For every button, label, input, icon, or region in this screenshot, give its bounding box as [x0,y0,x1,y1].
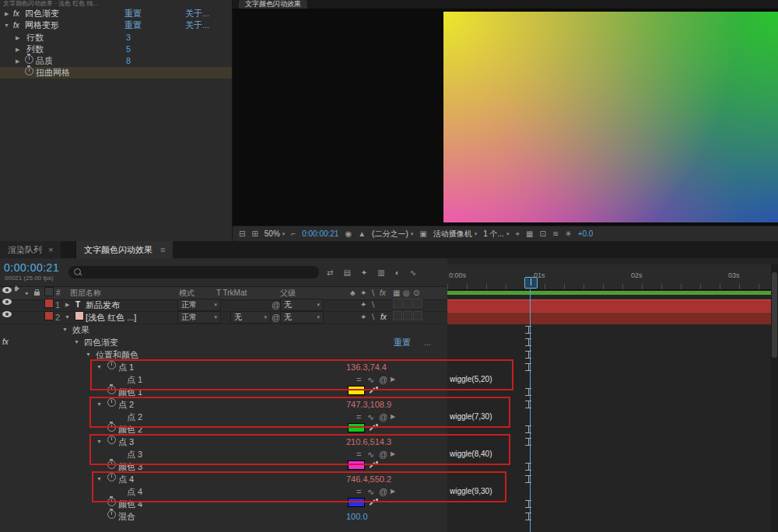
layer-name[interactable]: 新品发布 [86,299,120,311]
stopwatch-icon[interactable] [107,510,116,519]
magnification-dropdown[interactable]: 50% [265,229,286,238]
expand-arrow-icon[interactable] [5,8,9,19]
reset-link[interactable]: 重置 [394,336,411,348]
label-color-chip[interactable] [44,299,54,308]
switch-cell[interactable] [393,299,402,308]
scrollbar-thumb[interactable] [772,272,777,358]
grid-icon[interactable] [526,229,533,238]
collapse-arrow-icon[interactable] [65,311,70,324]
effect-name[interactable]: 四色渐变 [84,336,118,348]
parent-dropdown[interactable]: 无 [280,299,324,311]
active-camera-dropdown[interactable]: 活动摄像机 [433,229,478,240]
playhead[interactable] [524,277,538,289]
collapse-arrow-icon[interactable] [62,324,68,336]
view-layout-dropdown[interactable]: 1 个... [483,229,509,240]
draft-3d-icon[interactable] [343,268,350,277]
eye-icon[interactable] [2,311,12,317]
eye-icon[interactable] [2,299,12,305]
label-color-chip[interactable] [44,311,54,320]
work-area-bar[interactable] [447,291,771,295]
resolution-dropdown[interactable]: (二分之一) [372,229,413,240]
stopwatch-icon[interactable] [25,67,33,75]
expand-arrow-icon[interactable] [16,44,19,55]
quality-switch-icon[interactable] [370,311,375,324]
switch-cell[interactable] [413,311,422,320]
layer-name[interactable]: [浅色 红色 ...] [86,311,136,324]
effect-toggle-icon[interactable]: fx [2,336,9,348]
property-row-blend[interactable]: 混合 100.0 [0,510,447,523]
reset-link[interactable]: 重置 [124,8,142,19]
pixel-aspect-icon[interactable] [291,229,296,238]
layer-duration-bar[interactable] [447,312,771,324]
collapse-switch-icon[interactable] [360,299,366,311]
exposure-icon[interactable] [565,229,571,238]
graph-editor-icon[interactable] [410,268,416,277]
parent-pickwhip-icon[interactable]: @ [272,299,280,311]
layer-row-2[interactable]: 2 [浅色 红色 ...] 正常 无 @ 无 [0,311,447,324]
motion-blur-icon[interactable] [395,268,400,277]
about-link[interactable]: 关于... [185,8,209,19]
layer-duration-bar[interactable] [447,299,771,312]
snapshot-icon[interactable] [345,229,352,238]
effect-controls-header: 文字颜色闪动效果 · 浅色 红色 纯... [3,0,232,7]
collapse-arrow-icon[interactable] [4,19,9,31]
region-of-interest-icon[interactable] [419,229,426,238]
quality-switch-icon[interactable] [370,299,375,311]
stopwatch-icon[interactable] [25,55,33,64]
timeline-flow-icon[interactable] [552,229,559,238]
panel-menu-icon[interactable]: ≡ [160,245,165,254]
vertical-scrollbar[interactable] [771,264,778,532]
param-value[interactable]: 3 [126,32,131,44]
mode-column-header[interactable]: 模式 [179,287,194,299]
reset-link[interactable]: 重置 [124,19,142,31]
about-link[interactable]: 关于... [185,19,209,31]
param-value[interactable]: 5 [126,44,131,55]
blend-mode-dropdown[interactable]: 正常 [177,311,221,324]
switch-cell[interactable] [403,311,412,320]
blend-mode-dropdown[interactable]: 正常 [177,299,221,311]
more-icon[interactable]: ... [424,336,431,348]
composition-viewer[interactable] [233,9,778,226]
mask-visibility-icon[interactable] [540,229,546,238]
parent-dropdown[interactable]: 无 [280,311,324,324]
tab-timeline-composition[interactable]: 文字颜色闪动效果≡ [75,241,173,258]
exposure-value[interactable]: +0.0 [578,229,594,238]
viewer-timecode[interactable]: 0:00:00:21 [302,229,338,238]
frame-blending-icon[interactable] [377,268,384,277]
trkmat-column-header[interactable]: T TrkMat [216,287,247,299]
current-timecode[interactable]: 0:00:00:21 [4,261,59,274]
effects-group-row[interactable]: 效果 [0,324,447,336]
effects-switch-icon[interactable] [380,311,387,324]
composition-mini-flowchart-icon[interactable] [327,268,333,277]
choose-grid-icon[interactable] [251,229,258,238]
search-box[interactable] [68,266,319,278]
trkmat-dropdown[interactable]: 无 [230,311,271,324]
tab-render-queue[interactable]: 渲染队列× [0,241,61,258]
switch-cell[interactable] [413,299,422,308]
expand-arrow-icon[interactable] [65,299,69,311]
expand-arrow-icon[interactable] [16,55,19,67]
three-d-icon [413,287,419,299]
effect-name[interactable]: 四色渐变 [25,8,59,19]
layer-row-1[interactable]: 1 T 新品发布 正常 @ 无 [0,299,447,312]
search-input[interactable] [86,267,314,278]
close-tab-icon[interactable]: × [48,245,53,254]
switch-cell[interactable] [403,299,412,308]
effect-name[interactable]: 网格变形 [25,19,59,31]
layer-name-column-header[interactable]: 图层名称 [70,287,101,299]
effect-row[interactable]: fx 四色渐变 重置 ... [0,336,447,348]
collapse-switch-icon[interactable] [360,311,366,324]
guides-icon[interactable] [515,229,520,239]
parent-pickwhip-icon[interactable]: @ [272,311,280,324]
show-channel-icon[interactable] [358,229,366,238]
tab-composition-viewer[interactable]: 文字颜色闪动效果 [239,0,307,9]
hide-shy-layers-icon[interactable] [361,268,367,277]
always-preview-icon[interactable] [239,229,245,238]
property-value[interactable]: 100.0 [346,510,368,523]
param-value[interactable]: 8 [126,55,131,67]
time-ruler[interactable]: 0:00s 01s 02s 03s [447,264,771,290]
collapse-arrow-icon[interactable] [74,336,79,348]
expand-arrow-icon[interactable] [16,32,19,44]
parent-column-header[interactable]: 父级 [280,287,296,299]
switch-cell[interactable] [393,311,402,320]
